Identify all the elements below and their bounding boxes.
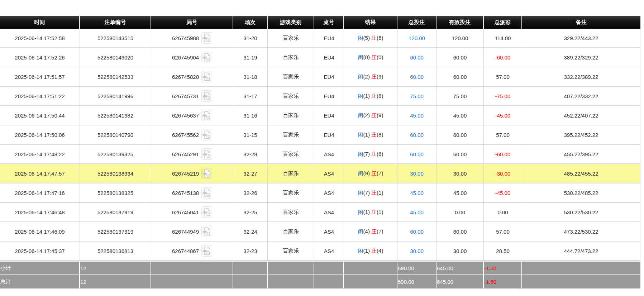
valid-bet-cell: 60.00 [437,125,484,145]
payout-cell: -60.00 [484,48,522,67]
table-row[interactable]: 2025-06-14 17:50:06 522580140790 6267455… [0,125,640,145]
remark-cell: 530.22/530.22 [522,203,640,222]
bet-id-cell: 522580139325 [80,145,151,164]
time-cell: 2025-06-14 17:47:16 [0,183,80,203]
video-replay-button[interactable] [201,90,212,102]
banker-result-score: (1) [377,209,383,215]
total-bet-cell: 120.00 [397,29,437,48]
payout-cell: 28.50 [484,242,522,261]
video-replay-button[interactable] [201,187,212,199]
payout-cell: 57.00 [484,222,522,242]
total-bet-link[interactable]: 30.00 [410,248,424,254]
valid-bet-cell: 120.00 [437,29,484,48]
subtotal-empty-round [151,261,233,274]
total-bet-link[interactable]: 45.00 [410,209,424,215]
table-row[interactable]: 2025-06-14 17:52:26 522580143020 6267459… [0,48,640,67]
video-icon [202,207,211,217]
table-row[interactable]: 2025-06-14 17:48:22 522580139325 6267452… [0,145,640,164]
game-type-cell: 百家乐 [268,106,314,125]
total-bet-link[interactable]: 60.00 [410,132,424,138]
total-bet-link[interactable]: 60.00 [410,229,424,235]
total-bet-cell: 75.00 [397,87,437,106]
table-row[interactable]: 2025-06-14 17:51:22 522580141996 6267457… [0,87,640,106]
banker-result-score: (8) [377,93,383,99]
video-replay-button[interactable] [201,206,212,218]
player-result-label: 闲 [358,54,363,60]
total-bet-link[interactable]: 60.00 [410,151,424,157]
round-id-text: 626745731 [172,93,199,99]
subtotal-empty-game [268,261,314,274]
table-row[interactable]: 2025-06-14 17:50:44 522580141382 6267456… [0,106,640,125]
table-row[interactable]: 2025-06-14 17:45:37 522580136813 6267448… [0,242,640,261]
session-cell: 32-23 [233,242,268,261]
payout-cell: 0.00 [484,203,522,222]
total-bet-cell: 30.00 [397,242,437,261]
table-row[interactable]: 2025-06-14 17:47:16 522580138325 6267451… [0,183,640,203]
session-cell: 31-18 [233,67,268,87]
total-bet-link[interactable]: 45.00 [410,113,424,119]
video-replay-button[interactable] [201,148,212,160]
time-cell: 2025-06-14 17:51:22 [0,87,80,106]
player-result-score: (2) [363,112,370,118]
round-cell: 626745041 [151,203,233,222]
video-replay-button[interactable] [201,110,212,121]
video-replay-button[interactable] [201,245,212,257]
remark-cell: 473.22/530.22 [522,222,640,242]
round-id-text: 626745988 [172,35,199,41]
bet-id-cell: 522580138934 [80,164,151,183]
grand-total-row: 总计 12 690.00 645.00 -1.50 [0,274,640,289]
time-cell: 2025-06-14 17:45:37 [0,242,80,261]
grand-total-payout: -1.50 [484,274,522,289]
player-result-score: (7) [363,151,370,157]
round-cell: 626745637 [151,106,233,125]
total-bet-cell: 60.00 [397,48,437,67]
payout-cell: -60.00 [484,145,522,164]
table-no-cell: EU4 [314,106,344,125]
session-cell: 31-20 [233,29,268,48]
table-wrap: 时间 注单编号 局号 场次 游戏类别 桌号 结果 总投注 有效投注 总派彩 备注… [0,0,644,289]
total-bet-link[interactable]: 60.00 [410,54,424,61]
video-replay-button[interactable] [201,71,212,82]
result-cell: 闲(2) 庄(9) [344,67,397,87]
table-row[interactable]: 2025-06-14 17:47:57 522580138934 6267452… [0,164,640,183]
round-id-text: 626745291 [172,151,199,157]
time-cell: 2025-06-14 17:50:06 [0,125,80,145]
round-cell: 626745138 [151,183,233,203]
round-cell: 626745291 [151,145,233,164]
player-result-label: 闲 [358,170,363,176]
video-replay-button[interactable] [201,226,212,237]
table-header: 时间 注单编号 局号 场次 游戏类别 桌号 结果 总投注 有效投注 总派彩 备注 [0,16,640,29]
video-icon [202,246,211,256]
total-bet-link[interactable]: 60.00 [410,74,424,80]
round-id-text: 626744867 [172,248,199,254]
game-type-cell: 百家乐 [268,125,314,145]
banker-result-label: 庄 [371,73,377,80]
remark-cell: 407.22/332.22 [522,87,640,106]
table-row[interactable]: 2025-06-14 17:51:57 522580142533 6267458… [0,67,640,87]
total-bet-link[interactable]: 45.00 [410,190,424,196]
game-type-cell: 百家乐 [268,48,314,67]
video-icon [202,226,211,237]
payout-cell: 57.00 [484,125,522,145]
table-row[interactable]: 2025-06-14 17:46:09 522580137319 6267449… [0,222,640,242]
banker-result-label: 庄 [371,170,377,176]
session-cell: 32-26 [233,183,268,203]
video-replay-button[interactable] [201,52,212,63]
player-result-score: (8) [363,54,370,60]
banker-result-score: (0) [377,54,383,60]
video-icon [202,52,211,62]
video-replay-button[interactable] [201,168,212,179]
video-replay-button[interactable] [201,129,212,140]
subtotal-empty-session [233,261,268,274]
total-bet-link[interactable]: 75.00 [410,93,424,99]
remark-cell: 455.22/395.22 [522,145,640,164]
table-row[interactable]: 2025-06-14 17:52:58 522580143515 6267459… [0,29,640,48]
total-bet-link[interactable]: 120.00 [409,35,425,41]
total-bet-link[interactable]: 30.00 [410,171,424,177]
video-replay-button[interactable] [201,32,212,44]
round-id-text: 626745138 [172,190,199,196]
table-no-cell: AS4 [314,145,344,164]
table-no-cell: EU4 [314,29,344,48]
table-row[interactable]: 2025-06-14 17:46:48 522580137919 6267450… [0,203,640,222]
payout-cell: 114.00 [484,29,522,48]
